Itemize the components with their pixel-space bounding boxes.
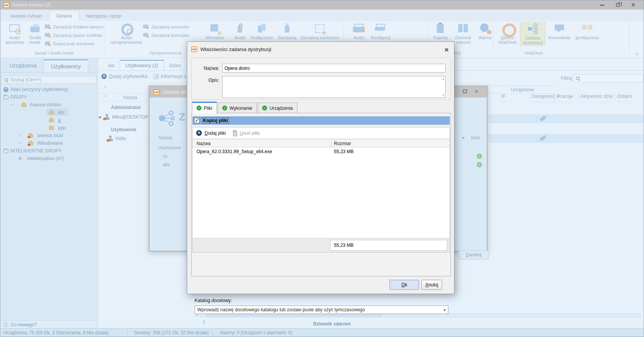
tab-elo[interactable]: elo: [103, 61, 120, 70]
ribbon-link-zrodla-danych[interactable]: Zarządzaj źródłami danych: [45, 24, 103, 29]
ribbon-button-audyt-oprogramowania[interactable]: Audyt oprogramowania: [111, 23, 142, 45]
user-info-button[interactable]: Informacje o: [154, 74, 186, 79]
tab-dziennik[interactable]: Dzien: [164, 61, 187, 70]
file-row[interactable]: Opera_62.0.3331.99_Setup_x64.exe 55,23 M…: [193, 147, 449, 155]
ribbon-button-otworz-helpdesk[interactable]: Otwórz HelpDesk: [496, 23, 519, 45]
close-icon[interactable]: ×: [475, 89, 478, 93]
barcode-icon: [45, 41, 51, 46]
ribbon-button-zarzadzaj[interactable]: Zarządzaj: [275, 23, 299, 40]
device-row[interactable]: [489, 114, 644, 123]
ribbon-button-zadania-dystrybucji[interactable]: Zadania dystrybucji: [520, 22, 545, 46]
device-row[interactable]: [489, 134, 644, 143]
ribbon-button-komunikaty[interactable]: Komunikaty: [547, 23, 572, 40]
task-row-ukonczone[interactable]: Ukończone: [158, 145, 181, 150]
ribbon-link-kody-kreskowe[interactable]: Drukuj kody kreskowe: [45, 41, 103, 46]
ribbon-button-konfiguruj[interactable]: Konfiguruj: [368, 23, 393, 40]
ribbon-button-alarmy[interactable]: Alarmy: [476, 23, 494, 40]
column-pracuje[interactable]: Pracuje: [557, 94, 573, 102]
ribbon-button-raporty[interactable]: Raporty: [431, 23, 450, 40]
column-ip[interactable]: IP: [501, 94, 505, 102]
scrollbar-thumb[interactable]: [206, 314, 382, 317]
ribbon-button-konfiguracja[interactable]: ⚙⚙ Konfiguracja: [574, 23, 601, 40]
task-col-stan[interactable]: Stan: [471, 135, 480, 140]
copy-files-row[interactable]: ✓ Kopiuj pliki: [192, 116, 450, 125]
ribbon-link-licencje[interactable]: Zarządzaj licencjami: [143, 33, 190, 38]
folder-icon: [3, 96, 8, 99]
ribbon-link-typy-srodkow[interactable]: Zarządzaj typami środków: [45, 33, 103, 38]
device-group-header[interactable]: Urządzenie: [489, 86, 556, 94]
target-dir-combobox[interactable]: Wprowadź nazwę docelowego katalogu lub z…: [195, 306, 448, 314]
manage-usb-icon: [281, 23, 293, 34]
name-input[interactable]: [222, 64, 446, 73]
tree-item-atlas[interactable]: Atlas (wszyscy użytkownicy): [0, 86, 97, 93]
tab-uzytkownicy[interactable]: Użytkownicy (2): [120, 60, 164, 70]
tree-item-axence-nvision[interactable]: › Axence nVision: [0, 101, 97, 109]
tree-item-grupy[interactable]: GRUPY: [0, 93, 97, 101]
column-aktywnosc[interactable]: Aktywność dzisi: [580, 94, 613, 102]
file-list: + Dodaj pliki Usuń pliki Nazwa Rozmiar O…: [192, 127, 450, 253]
chevron-right-icon[interactable]: ›: [20, 140, 21, 145]
dialog-close-icon[interactable]: ×: [444, 46, 449, 54]
tree-item-inteligentne-grupy[interactable]: INTELIGENTNE GRUPY: [0, 147, 97, 155]
copy-files-checkbox[interactable]: ✓: [194, 118, 200, 123]
ribbon-button-srodki-trwale[interactable]: Środki trwałe: [26, 23, 44, 45]
cancel-button[interactable]: Anuluj: [421, 280, 442, 290]
description-textarea[interactable]: ▴ ▾: [222, 76, 446, 98]
expand-panel-icon[interactable]: ∧∧: [203, 320, 205, 324]
ribbon-button-audyt-sprzetowy[interactable]: Audyt sprzętowy: [4, 23, 25, 45]
chevron-down-icon[interactable]: ›: [10, 104, 15, 105]
ribbon-button-dziennik[interactable]: Dziennik zdarzeń: [452, 23, 475, 45]
tab-wykonanie[interactable]: ✓ Wykonanie: [218, 102, 257, 113]
tree-item-axence-local[interactable]: › axence.local: [0, 132, 97, 139]
ribbon-button-podlaczone[interactable]: Podłączone: [249, 23, 274, 40]
ribbon-tab-narzedzia[interactable]: Narzędzia i opcje: [79, 11, 128, 21]
file-table-header[interactable]: Nazwa Rozmiar: [193, 139, 449, 147]
tree-item-elo[interactable]: elo: [0, 109, 97, 116]
column-ostatni[interactable]: Ostatni: [617, 94, 632, 102]
user-group-administrator[interactable]: Administrator: [111, 105, 141, 110]
ribbon-button-zarzadzaj-zaufanymi[interactable]: Zarządzaj zaufanymi: [300, 23, 340, 40]
task-col-nazwa[interactable]: Nazwa: [158, 135, 172, 140]
scroll-down-icon[interactable]: ▾: [443, 93, 444, 97]
dropdown-caret-icon[interactable]: ▾: [444, 308, 446, 312]
search-icon: [576, 76, 580, 81]
tab-urzadzenia[interactable]: ✓ Urządzenia: [258, 102, 297, 113]
tab-pliki[interactable]: ✓ Pliki: [192, 102, 217, 113]
ribbon-button-audyt-print[interactable]: Audyt: [350, 23, 367, 40]
ribbon-button-audyt-usb[interactable]: Audyt: [231, 23, 248, 40]
restore-icon[interactable]: [616, 3, 620, 7]
tree-item-intelektualisci[interactable]: ⚙ intelektualisci (47): [0, 155, 97, 162]
whats-new-link[interactable]: i Co nowego?: [0, 320, 97, 328]
task-row-ss[interactable]: ss: [163, 154, 167, 159]
ribbon-tab-axence[interactable]: Axence nVision: [3, 11, 49, 21]
chevron-right-icon[interactable]: ›: [20, 133, 21, 137]
stan-filter-icon[interactable]: ▾: [462, 135, 464, 140]
scroll-up-icon[interactable]: ▴: [443, 77, 444, 81]
bottom-panel-title[interactable]: Dziennik zdarzeń: [313, 321, 350, 327]
add-user-button[interactable]: + Dodaj użytkownika: [101, 74, 147, 79]
remove-files-button[interactable]: Usuń pliki: [233, 131, 259, 136]
sidebar-tab-uzytkownicy[interactable]: Użytkownicy: [44, 59, 88, 72]
minimize-icon[interactable]: [600, 5, 604, 6]
ok-button[interactable]: Ok: [390, 280, 419, 290]
user-row-hello[interactable]: Hello: [107, 135, 126, 141]
ribbon-tab-glowne[interactable]: Główne: [49, 10, 79, 21]
ribbon-collapse-icon[interactable]: ∧: [636, 52, 638, 56]
filter-input[interactable]: [574, 74, 644, 83]
search-placeholder: Szukaj (Ctrl+F): [10, 77, 41, 83]
ribbon-link-wzorce[interactable]: Zarządzaj wzorcami: [143, 24, 190, 29]
user-group-uzytkownik[interactable]: Użytkownik: [111, 127, 136, 132]
tree-item-wbudowane[interactable]: › Wbudowane: [0, 139, 97, 147]
sidebar-tab-urzadzenia[interactable]: Urządzenia: [3, 59, 44, 72]
task-row-abc[interactable]: abc: [163, 162, 170, 167]
close-icon[interactable]: ×: [631, 3, 635, 7]
tree-item-jjj[interactable]: jjj: [0, 116, 97, 124]
user-list-header[interactable]: Nazwa: [98, 93, 149, 101]
tree-item-ppp[interactable]: ppp: [0, 124, 97, 132]
user-row-miku[interactable]: ▶ Miku@DESKTOP-: [99, 114, 150, 120]
maximize-icon[interactable]: [463, 89, 467, 93]
sidebar-search[interactable]: Szukaj (Ctrl+F): [2, 76, 96, 84]
zamknij-button[interactable]: Zamknij: [458, 250, 489, 259]
add-files-button[interactable]: + Dodaj pliki: [196, 130, 226, 136]
ribbon-button-menedzer[interactable]: Menedżer: [201, 23, 229, 40]
